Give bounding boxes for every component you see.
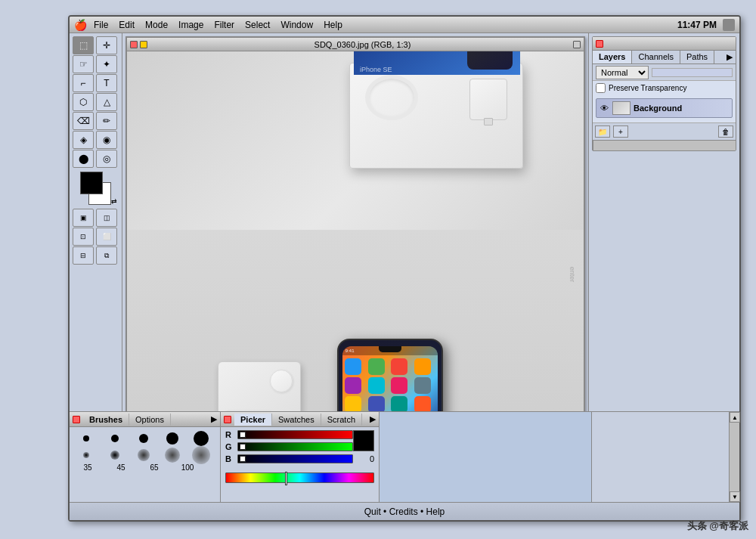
panel-close-btn[interactable] — [596, 40, 603, 48]
menu-file[interactable]: File — [89, 18, 113, 32]
slider-b-track[interactable] — [237, 454, 353, 463]
brushes-panel-arrow[interactable]: ▶ — [211, 414, 217, 424]
bottom-panels: Brushes Options ▶ — [70, 411, 739, 502]
slider-g-thumb[interactable] — [240, 444, 246, 450]
brush-item-7[interactable] — [101, 447, 129, 463]
brushes-panel: Brushes Options ▶ — [70, 412, 221, 502]
tool-rubber[interactable]: ⌫ — [73, 112, 94, 130]
tool-lasso[interactable]: ☞ — [73, 55, 94, 73]
tool-jump-to[interactable]: ⧉ — [96, 246, 117, 265]
slider-r-track[interactable] — [237, 430, 353, 439]
delete-layer-btn[interactable]: 🗑 — [718, 125, 733, 138]
menu-window[interactable]: Window — [276, 18, 318, 32]
menu-help[interactable]: Help — [319, 18, 347, 32]
tab-scratch[interactable]: Scratch — [321, 414, 362, 426]
slider-g-track[interactable] — [237, 442, 353, 451]
brush-item-3[interactable] — [130, 430, 157, 447]
blend-mode-select[interactable]: Normal Multiply Screen — [596, 66, 649, 79]
brush-size-45: 45 — [106, 463, 136, 472]
tab-layers[interactable]: Layers — [593, 51, 632, 64]
maximize-button[interactable] — [573, 41, 581, 48]
new-layer-set-btn[interactable]: 📁 — [595, 125, 610, 138]
panel-options-arrow[interactable]: ▶ — [723, 51, 736, 64]
slider-b-thumb[interactable] — [240, 456, 246, 462]
menu-edit[interactable]: Edit — [114, 18, 139, 32]
layer-visibility-icon[interactable]: 👁 — [599, 103, 609, 113]
preserve-transparency-checkbox[interactable] — [596, 83, 606, 93]
brush-item-10[interactable] — [187, 447, 215, 463]
scroll-down-btn[interactable]: ▼ — [730, 491, 740, 502]
tool-marquee[interactable]: ⬚ — [73, 36, 94, 54]
tab-picker[interactable]: Picker — [234, 414, 272, 426]
tool-screen-normal[interactable]: ⊡ — [73, 228, 94, 246]
slider-r-thumb[interactable] — [240, 432, 246, 438]
apple-menu-icon[interactable]: 🍎 — [74, 19, 86, 31]
brush-item-5[interactable] — [187, 430, 215, 447]
brush-item-1[interactable] — [73, 430, 100, 447]
menu-select[interactable]: Select — [240, 18, 274, 32]
layer-name[interactable]: Background — [634, 104, 682, 113]
charger — [469, 79, 507, 120]
cable-coil — [365, 75, 418, 120]
status-text: Quit • Credits • Help — [364, 506, 445, 517]
minimize-button[interactable] — [140, 41, 147, 48]
tab-paths[interactable]: Paths — [680, 51, 714, 64]
layers-panel: Layers Channels Paths ▶ Normal Multiply … — [592, 36, 736, 151]
tool-dodge[interactable]: ⬤ — [73, 150, 94, 168]
close-button[interactable] — [130, 41, 138, 48]
tool-burn[interactable]: ◎ — [96, 150, 117, 168]
color-preview-box[interactable] — [353, 430, 374, 451]
tab-swatches[interactable]: Swatches — [272, 414, 321, 426]
tool-screen-presentation[interactable]: ⊟ — [73, 246, 94, 265]
tool-quick-mask[interactable]: ◫ — [96, 209, 117, 227]
tab-options[interactable]: Options — [129, 414, 171, 426]
color-switch-icon[interactable]: ⇄ — [111, 197, 117, 205]
tool-pen[interactable]: ⬡ — [73, 93, 94, 111]
foreground-color-box[interactable] — [80, 172, 103, 194]
tool-standard-mode[interactable]: ▣ — [73, 209, 94, 227]
spectrum-cursor[interactable] — [285, 472, 287, 485]
scroll-up-btn[interactable]: ▲ — [730, 412, 740, 423]
opacity-slider[interactable] — [652, 68, 733, 77]
layers-side-panel — [592, 412, 739, 502]
layer-item-background[interactable]: 👁 Background — [596, 98, 733, 118]
tool-stamp[interactable]: ◈ — [73, 131, 94, 149]
menu-filter[interactable]: Filter — [209, 18, 239, 32]
slider-row-b: B 0 — [225, 454, 374, 463]
tool-crop[interactable]: ⌐ — [73, 74, 94, 92]
tool-move[interactable]: ✛ — [96, 36, 117, 54]
brush-size-35: 35 — [73, 463, 103, 472]
layers-panel-tabs: Layers Channels Paths ▶ — [593, 51, 736, 64]
slider-row-r: R 0 — [225, 430, 374, 439]
tool-type[interactable]: T — [96, 74, 117, 92]
brush-size-65: 65 — [139, 463, 169, 472]
brush-item-2[interactable] — [101, 430, 129, 447]
tool-magic-wand[interactable]: ✦ — [96, 55, 117, 73]
menu-image[interactable]: Image — [174, 18, 208, 32]
brush-item-9[interactable] — [159, 447, 186, 463]
brush-item-8[interactable] — [130, 447, 157, 463]
picker-panel-arrow[interactable]: ▶ — [370, 414, 376, 424]
blend-mode-toolbar: Normal Multiply Screen — [593, 64, 736, 81]
tool-paint[interactable]: ✏ — [96, 112, 117, 130]
brushes-panel-scrollbar[interactable]: ▲ ▼ — [729, 412, 739, 502]
color-spectrum-bar[interactable] — [225, 472, 374, 483]
brushes-grid-row2 — [70, 447, 220, 463]
color-indicator[interactable]: ⇄ — [74, 172, 117, 205]
brushes-panel-close[interactable] — [73, 416, 80, 423]
menu-mode[interactable]: Mode — [141, 18, 172, 32]
tool-shape[interactable]: △ — [96, 93, 117, 111]
tool-screen-full[interactable]: ⬜ — [96, 228, 117, 246]
layers-scrollbar[interactable] — [593, 140, 736, 150]
picker-sliders-container: R 0 G 0 — [221, 427, 379, 483]
brush-item-4[interactable] — [159, 430, 186, 447]
network-icon — [723, 19, 735, 31]
tool-blur[interactable]: ◉ — [96, 131, 117, 149]
new-layer-btn[interactable]: + — [613, 125, 628, 138]
tab-channels[interactable]: Channels — [632, 51, 680, 64]
brushes-titlebar: Brushes Options ▶ — [70, 412, 220, 427]
picker-panel-close[interactable] — [224, 416, 231, 423]
brush-item-6[interactable] — [73, 447, 100, 463]
layers-panel-titlebar — [593, 37, 736, 51]
tab-brushes[interactable]: Brushes — [83, 414, 129, 426]
